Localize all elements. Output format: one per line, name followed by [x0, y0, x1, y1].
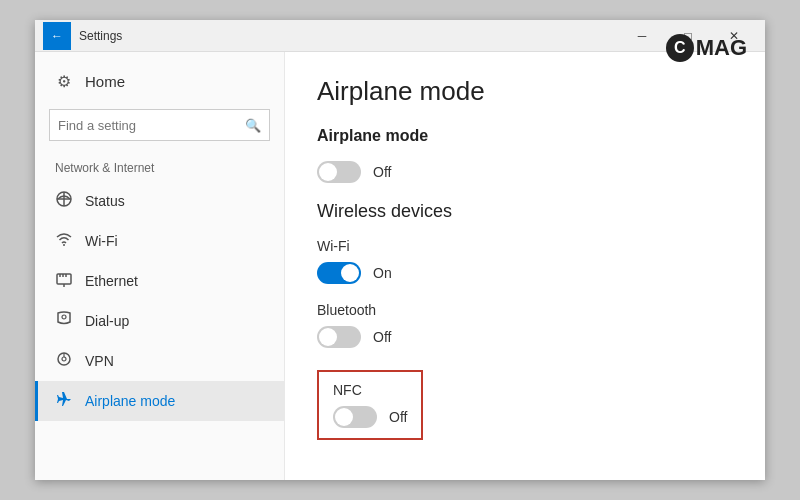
search-box[interactable]: 🔍: [49, 109, 270, 141]
title-bar: ← Settings ─ □ ✕: [35, 20, 765, 52]
svg-point-3: [63, 244, 65, 246]
airplane-toggle-knob: [319, 163, 337, 181]
home-icon: ⚙: [55, 72, 73, 91]
back-button[interactable]: ←: [43, 22, 71, 50]
svg-point-11: [62, 357, 66, 361]
main-content: Airplane mode Airplane mode Off Wireless…: [285, 52, 765, 480]
minimize-icon: ─: [638, 29, 647, 43]
minimize-button[interactable]: ─: [619, 20, 665, 52]
wifi-toggle-row: On: [317, 262, 733, 284]
sidebar-item-vpn-label: VPN: [85, 353, 114, 369]
nfc-highlighted-box: NFC Off: [317, 370, 423, 440]
home-label: Home: [85, 73, 125, 90]
sidebar-item-status[interactable]: Status: [35, 181, 284, 221]
bluetooth-toggle-label: Off: [373, 329, 391, 345]
sidebar-item-ethernet[interactable]: Ethernet: [35, 261, 284, 301]
page-title: Airplane mode: [317, 76, 733, 107]
wireless-section-title: Wireless devices: [317, 201, 733, 222]
airplane-toggle-label: Off: [373, 164, 391, 180]
vpn-icon: [55, 350, 73, 372]
search-icon: 🔍: [245, 118, 261, 133]
sidebar-item-vpn[interactable]: VPN: [35, 341, 284, 381]
sidebar: ⚙ Home 🔍 Network & Internet Status: [35, 52, 285, 480]
sidebar-item-airplane[interactable]: Airplane mode: [35, 381, 284, 421]
nfc-toggle-label: Off: [389, 409, 407, 425]
bluetooth-device-label: Bluetooth: [317, 302, 733, 318]
wifi-toggle[interactable]: [317, 262, 361, 284]
airplane-icon: [55, 390, 73, 412]
watermark-circle: C: [666, 34, 694, 62]
nfc-toggle-knob: [335, 408, 353, 426]
bluetooth-toggle[interactable]: [317, 326, 361, 348]
sidebar-item-dialup-label: Dial-up: [85, 313, 129, 329]
nfc-toggle-row: Off: [333, 406, 407, 428]
wifi-toggle-label: On: [373, 265, 392, 281]
bluetooth-toggle-knob: [319, 328, 337, 346]
sidebar-item-wifi-label: Wi-Fi: [85, 233, 118, 249]
svg-rect-4: [57, 274, 71, 284]
ethernet-icon: [55, 270, 73, 292]
wifi-device-label: Wi-Fi: [317, 238, 733, 254]
watermark-text: MAG: [696, 35, 747, 61]
back-icon: ←: [51, 29, 63, 43]
airplane-section-title: Airplane mode: [317, 127, 733, 145]
status-icon: [55, 190, 73, 212]
wifi-toggle-knob: [341, 264, 359, 282]
search-input[interactable]: [58, 118, 245, 133]
airplane-toggle-row: Off: [317, 161, 733, 183]
nfc-toggle[interactable]: [333, 406, 377, 428]
sidebar-item-airplane-label: Airplane mode: [85, 393, 175, 409]
settings-window: ← Settings ─ □ ✕ C MAG ⚙ Home: [35, 20, 765, 480]
dialup-icon: [55, 310, 73, 332]
wifi-icon: [55, 230, 73, 252]
sidebar-item-ethernet-label: Ethernet: [85, 273, 138, 289]
airplane-toggle[interactable]: [317, 161, 361, 183]
sidebar-item-wifi[interactable]: Wi-Fi: [35, 221, 284, 261]
content-area: ⚙ Home 🔍 Network & Internet Status: [35, 52, 765, 480]
window-title: Settings: [79, 29, 619, 43]
svg-point-9: [62, 315, 66, 319]
bluetooth-toggle-row: Off: [317, 326, 733, 348]
sidebar-item-dialup[interactable]: Dial-up: [35, 301, 284, 341]
sidebar-item-home[interactable]: ⚙ Home: [35, 64, 284, 99]
watermark: C MAG: [666, 34, 747, 62]
nfc-device-label: NFC: [333, 382, 407, 398]
network-section-label: Network & Internet: [35, 151, 284, 181]
sidebar-item-status-label: Status: [85, 193, 125, 209]
